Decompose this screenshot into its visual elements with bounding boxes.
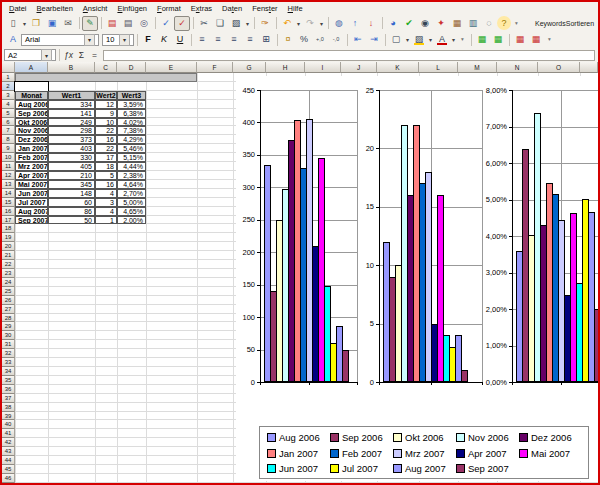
- row-header-21[interactable]: 21: [2, 251, 15, 260]
- check-icon[interactable]: ✔: [401, 16, 417, 31]
- column-header-L[interactable]: L: [419, 62, 458, 73]
- table-cell[interactable]: Nov 2006: [15, 126, 48, 135]
- table-cell[interactable]: 148: [48, 189, 95, 198]
- toolbar-options-icon[interactable]: ▾: [511, 16, 522, 31]
- redo-icon[interactable]: ↷: [302, 16, 318, 31]
- menu-hilfe[interactable]: Hilfe: [283, 3, 308, 15]
- table-cell[interactable]: 12: [95, 100, 117, 109]
- table-cell[interactable]: 4: [95, 207, 117, 216]
- row-header-31[interactable]: 31: [2, 340, 15, 349]
- decrease-indent-icon[interactable]: ⇤: [350, 32, 366, 47]
- row-header-41[interactable]: 41: [2, 429, 15, 438]
- navigator-icon[interactable]: ✦: [433, 16, 449, 31]
- menu-ansicht[interactable]: Ansicht: [78, 3, 113, 15]
- table-cell[interactable]: 22: [95, 126, 117, 135]
- row-header-39[interactable]: 39: [2, 412, 15, 421]
- table-cell[interactable]: Mrz 2007: [15, 162, 48, 171]
- column-header-O[interactable]: O: [538, 62, 580, 73]
- insert-columns-icon[interactable]: ▦: [490, 32, 506, 47]
- font-size-combobox[interactable]: 10▾: [102, 34, 134, 46]
- font-name-combobox[interactable]: Arial▾: [21, 34, 99, 46]
- row-header-46[interactable]: 46: [2, 474, 15, 483]
- column-header-C[interactable]: C: [95, 62, 117, 73]
- row-header-26[interactable]: 26: [2, 296, 15, 305]
- new-document-icon[interactable]: ▯: [5, 16, 21, 31]
- spellcheck-icon[interactable]: ✓: [158, 16, 174, 31]
- table-cell[interactable]: Sep 2006: [15, 109, 48, 118]
- row-header-4[interactable]: 4: [2, 100, 15, 109]
- table-cell[interactable]: 60: [48, 198, 95, 207]
- paste-dropdown-icon[interactable]: ▾: [244, 17, 251, 30]
- column-header-K[interactable]: K: [377, 62, 419, 73]
- column-header-D[interactable]: D: [117, 62, 146, 73]
- row-header-7[interactable]: 7: [2, 126, 15, 135]
- table-cell[interactable]: 2,38%: [117, 171, 146, 180]
- table-cell[interactable]: 1: [95, 216, 117, 225]
- table-cell[interactable]: 330: [48, 153, 95, 162]
- cut-icon[interactable]: ✂: [196, 16, 212, 31]
- table-cell[interactable]: Aug 2006: [15, 100, 48, 109]
- zoom-icon[interactable]: ◌: [481, 16, 497, 31]
- row-header-12[interactable]: 12: [2, 171, 15, 180]
- row-header-11[interactable]: 11: [2, 162, 15, 171]
- bold-icon[interactable]: F: [140, 32, 156, 47]
- row-header-30[interactable]: 30: [2, 331, 15, 340]
- copy-icon[interactable]: ❏: [212, 16, 228, 31]
- sheet-corner[interactable]: [2, 62, 15, 73]
- row-header-6[interactable]: 6: [2, 118, 15, 127]
- align-right-icon[interactable]: ≡: [226, 32, 242, 47]
- column-header-B[interactable]: B: [48, 62, 95, 73]
- table-cell[interactable]: 2,00%: [117, 216, 146, 225]
- table-cell[interactable]: 86: [48, 207, 95, 216]
- export-pdf-icon[interactable]: ▤: [104, 16, 120, 31]
- column-header-I[interactable]: I: [305, 62, 341, 73]
- format-paintbrush-icon[interactable]: ✑: [257, 16, 273, 31]
- auto-spellcheck-icon[interactable]: ✓: [174, 16, 190, 31]
- table-cell[interactable]: 5,46%: [117, 144, 146, 153]
- underline-icon[interactable]: U: [172, 32, 188, 47]
- background-color-icon[interactable]: ▨: [411, 32, 427, 47]
- gallery-icon[interactable]: ▦: [449, 16, 465, 31]
- table-cell[interactable]: 334: [48, 100, 95, 109]
- column-header-E[interactable]: E: [146, 62, 197, 73]
- table-cell[interactable]: 2,70%: [117, 189, 146, 198]
- table-cell[interactable]: 141: [48, 109, 95, 118]
- table-cell[interactable]: 5,00%: [117, 198, 146, 207]
- column-header-H[interactable]: H: [266, 62, 305, 73]
- spreadsheet-grid[interactable]: ABCDEFGHIJKLMNO1234567891011121314151617…: [2, 62, 598, 483]
- row-header-40[interactable]: 40: [2, 420, 15, 429]
- currency-icon[interactable]: ¤: [280, 32, 296, 47]
- table-cell[interactable]: 4,65%: [117, 207, 146, 216]
- table-cell[interactable]: 4,02%: [117, 118, 146, 127]
- italic-icon[interactable]: K: [156, 32, 172, 47]
- menu-format[interactable]: Format: [152, 3, 186, 15]
- email-icon[interactable]: ✉: [60, 16, 76, 31]
- table-cell[interactable]: 17: [95, 153, 117, 162]
- row-header-28[interactable]: 28: [2, 314, 15, 323]
- new-document-dropdown-icon[interactable]: ▾: [21, 17, 28, 30]
- table-cell[interactable]: Okt 2006: [15, 118, 48, 127]
- background-color-dropdown-icon[interactable]: ▾: [427, 33, 434, 46]
- insert-chart-icon[interactable]: ◕: [385, 16, 401, 31]
- row-header-17[interactable]: 17: [2, 216, 15, 225]
- table-cell[interactable]: 5: [95, 171, 117, 180]
- add-decimal-icon[interactable]: +,0: [312, 32, 328, 47]
- row-header-45[interactable]: 45: [2, 465, 15, 474]
- table-cell[interactable]: 4,64%: [117, 180, 146, 189]
- table-cell[interactable]: 7,38%: [117, 126, 146, 135]
- column-header-G[interactable]: G: [233, 62, 266, 73]
- open-folder-icon[interactable]: ❐: [28, 16, 44, 31]
- table-cell[interactable]: 345: [48, 180, 95, 189]
- equals-button[interactable]: =: [88, 50, 101, 60]
- column-header-partial[interactable]: [580, 62, 598, 73]
- row-header-33[interactable]: 33: [2, 358, 15, 367]
- table-cell[interactable]: 403: [48, 144, 95, 153]
- print-icon[interactable]: ▤: [120, 16, 136, 31]
- edit-file-icon[interactable]: ✎: [82, 16, 98, 31]
- table-cell[interactable]: 16: [95, 135, 117, 144]
- delete-rows-icon[interactable]: ▦: [512, 32, 528, 47]
- column-header-M[interactable]: M: [458, 62, 497, 73]
- menu-einfügen[interactable]: Einfügen: [112, 3, 152, 15]
- row-header-3[interactable]: 3: [2, 91, 15, 100]
- row-header-38[interactable]: 38: [2, 403, 15, 412]
